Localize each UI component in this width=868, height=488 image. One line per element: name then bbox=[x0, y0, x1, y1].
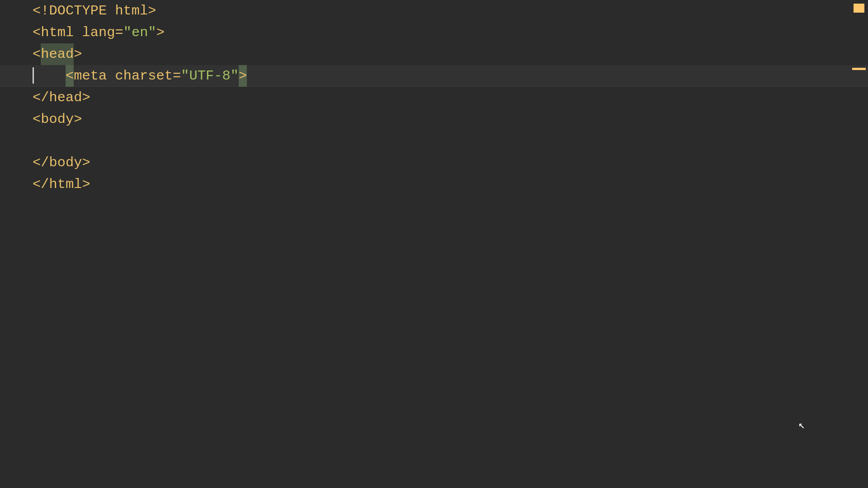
change-marker[interactable] bbox=[852, 68, 866, 70]
string-quote: " bbox=[123, 25, 132, 40]
code-line[interactable]: <body> bbox=[0, 108, 868, 130]
indent bbox=[33, 68, 66, 84]
tag-close-bracket: > bbox=[74, 112, 82, 127]
tag-close-bracket: > bbox=[82, 90, 90, 105]
code-line[interactable]: <!DOCTYPE html> bbox=[0, 0, 868, 22]
string-quote: " bbox=[231, 68, 239, 84]
text-caret bbox=[33, 67, 34, 84]
tag-open-bracket: < bbox=[33, 47, 41, 62]
tag-name: meta bbox=[74, 68, 107, 84]
tag-close-bracket: > bbox=[156, 25, 165, 40]
tag-open-bracket: </ bbox=[33, 155, 49, 170]
tag-name: body bbox=[41, 112, 74, 127]
code-line[interactable]: <html lang="en"> bbox=[0, 22, 868, 43]
matched-tag-highlight: head bbox=[41, 43, 74, 65]
string-quote: " bbox=[148, 25, 156, 40]
tag-name: html bbox=[41, 25, 74, 40]
tag-name: html bbox=[49, 177, 82, 192]
tag-open-bracket: </ bbox=[33, 177, 49, 192]
doctype-close: > bbox=[148, 3, 156, 19]
code-line[interactable]: <head> bbox=[0, 43, 868, 65]
equals: = bbox=[173, 68, 181, 84]
equals: = bbox=[115, 25, 123, 40]
string-value: en bbox=[132, 25, 148, 40]
string-value: UTF-8 bbox=[189, 68, 231, 84]
space bbox=[107, 68, 115, 84]
tag-name: head bbox=[49, 90, 82, 105]
code-line[interactable]: </body> bbox=[0, 152, 868, 174]
code-line[interactable]: </head> bbox=[0, 87, 868, 108]
attr-name: lang bbox=[82, 25, 115, 40]
code-editor[interactable]: <!DOCTYPE html> <html lang="en"> <head> … bbox=[0, 0, 868, 488]
tag-close-bracket: > bbox=[82, 155, 90, 170]
doctype-open: <! bbox=[33, 3, 49, 19]
code-line[interactable]: </html> bbox=[0, 174, 868, 195]
tag-open-bracket: </ bbox=[33, 90, 49, 105]
string-quote: " bbox=[181, 68, 189, 84]
doctype-text: DOCTYPE html bbox=[49, 3, 148, 19]
tag-open-bracket: < bbox=[33, 25, 41, 40]
code-line-active[interactable]: <meta charset="UTF-8"> bbox=[0, 65, 868, 87]
space bbox=[74, 25, 82, 40]
tag-name: body bbox=[49, 155, 82, 170]
matched-bracket-highlight: < bbox=[66, 65, 74, 87]
matched-bracket-highlight: > bbox=[239, 65, 247, 87]
attr-name: charset bbox=[115, 68, 173, 84]
tag-open-bracket: < bbox=[33, 112, 41, 127]
tag-close-bracket: > bbox=[82, 177, 90, 192]
tag-close-bracket: > bbox=[74, 47, 82, 62]
scrollbar-marker[interactable] bbox=[854, 4, 864, 13]
code-line[interactable] bbox=[0, 130, 868, 152]
mouse-cursor-icon: ↖ bbox=[798, 415, 805, 436]
